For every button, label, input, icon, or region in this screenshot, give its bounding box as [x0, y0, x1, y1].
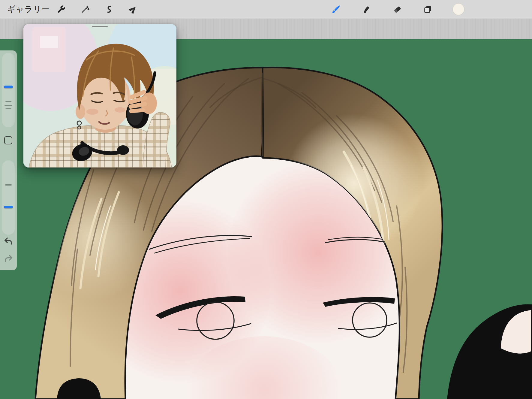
reference-drag-handle[interactable]: [92, 26, 108, 27]
layers-button[interactable]: [421, 2, 435, 16]
selection-button[interactable]: [102, 2, 116, 16]
right-tool-group: [329, 2, 465, 16]
eraser-tool-button[interactable]: [390, 2, 404, 16]
brush-size-slider[interactable]: [2, 53, 15, 127]
gallery-button[interactable]: ギャラリー: [7, 0, 50, 19]
adjustments-button[interactable]: [78, 2, 92, 16]
redo-button[interactable]: [4, 254, 13, 263]
eraser-icon: [393, 5, 402, 14]
magic-wand-icon: [81, 5, 90, 14]
layers-icon: [423, 5, 432, 14]
paint-brush-icon: [331, 5, 341, 14]
slider-scale-marks: [0, 98, 17, 109]
brush-size-slider-handle[interactable]: [4, 86, 13, 88]
color-swatch-circle: [452, 3, 464, 15]
reference-photo: [23, 24, 176, 168]
top-toolbar: ギャラリー: [0, 0, 532, 19]
redo-arrow-icon: [4, 259, 13, 264]
undo-arrow-icon: [4, 242, 13, 246]
modify-button[interactable]: [4, 136, 12, 144]
opacity-scale-mark: [5, 184, 12, 186]
selection-s-icon: [105, 5, 114, 14]
smudge-tool-button[interactable]: [360, 2, 374, 16]
opacity-slider[interactable]: [2, 160, 15, 235]
opacity-slider-handle[interactable]: [4, 206, 13, 208]
smudge-finger-icon: [362, 5, 371, 14]
reference-window[interactable]: [23, 24, 176, 168]
wrench-icon: [57, 5, 66, 14]
undo-button[interactable]: [4, 237, 13, 246]
actions-button[interactable]: [54, 2, 68, 16]
color-button[interactable]: [452, 2, 465, 16]
paint-tool-button[interactable]: [329, 2, 343, 16]
side-toolbar: [0, 50, 17, 270]
procreate-window: ギャラリー: [0, 0, 532, 399]
transform-arrow-icon: [129, 5, 138, 14]
left-tool-group: [54, 2, 140, 16]
transform-button[interactable]: [126, 2, 140, 16]
